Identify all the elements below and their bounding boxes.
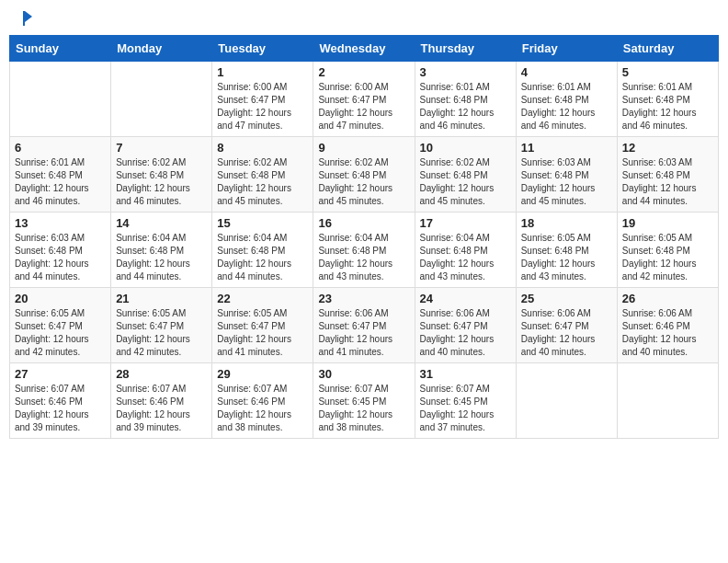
day-info: Sunrise: 6:02 AMSunset: 6:48 PMDaylight:…	[217, 156, 308, 208]
weekday-header-monday: Monday	[111, 36, 212, 62]
day-info: Sunrise: 6:04 AMSunset: 6:48 PMDaylight:…	[116, 232, 207, 283]
day-number: 3	[420, 65, 511, 79]
day-number: 10	[420, 141, 511, 155]
calendar-cell: 31Sunrise: 6:07 AMSunset: 6:45 PMDayligh…	[415, 363, 516, 439]
day-number: 16	[318, 216, 409, 230]
calendar-week-5: 27Sunrise: 6:07 AMSunset: 6:46 PMDayligh…	[10, 363, 719, 439]
calendar-cell: 23Sunrise: 6:06 AMSunset: 6:47 PMDayligh…	[313, 288, 415, 363]
day-number: 12	[622, 141, 713, 155]
calendar-cell: 22Sunrise: 6:05 AMSunset: 6:47 PMDayligh…	[212, 288, 313, 363]
day-number: 28	[116, 367, 207, 381]
day-info: Sunrise: 6:05 AMSunset: 6:47 PMDaylight:…	[15, 307, 106, 359]
day-number: 22	[217, 292, 308, 305]
calendar-cell: 19Sunrise: 6:05 AMSunset: 6:48 PMDayligh…	[617, 213, 718, 288]
calendar-header-row: SundayMondayTuesdayWednesdayThursdayFrid…	[10, 36, 719, 62]
day-info: Sunrise: 6:02 AMSunset: 6:48 PMDaylight:…	[420, 156, 511, 208]
day-number: 27	[15, 367, 106, 381]
calendar-cell: 1Sunrise: 6:00 AMSunset: 6:47 PMDaylight…	[212, 62, 313, 137]
day-info: Sunrise: 6:07 AMSunset: 6:45 PMDaylight:…	[420, 383, 511, 434]
weekday-header-tuesday: Tuesday	[212, 36, 313, 62]
day-info: Sunrise: 6:06 AMSunset: 6:47 PMDaylight:…	[420, 307, 511, 359]
logo	[13, 9, 34, 28]
calendar-cell: 13Sunrise: 6:03 AMSunset: 6:48 PMDayligh…	[10, 213, 111, 288]
calendar-cell	[617, 363, 718, 439]
calendar-week-3: 13Sunrise: 6:03 AMSunset: 6:48 PMDayligh…	[10, 213, 719, 288]
calendar-cell: 28Sunrise: 6:07 AMSunset: 6:46 PMDayligh…	[111, 363, 212, 439]
day-number: 31	[420, 367, 511, 381]
svg-marker-0	[25, 11, 32, 22]
day-number: 14	[116, 216, 207, 230]
day-number: 4	[521, 65, 612, 79]
calendar-week-4: 20Sunrise: 6:05 AMSunset: 6:47 PMDayligh…	[10, 288, 719, 363]
calendar-cell: 5Sunrise: 6:01 AMSunset: 6:48 PMDaylight…	[617, 62, 718, 137]
calendar-cell: 29Sunrise: 6:07 AMSunset: 6:46 PMDayligh…	[212, 363, 313, 439]
calendar-cell	[111, 62, 212, 137]
day-info: Sunrise: 6:00 AMSunset: 6:47 PMDaylight:…	[217, 81, 308, 132]
calendar-cell: 16Sunrise: 6:04 AMSunset: 6:48 PMDayligh…	[313, 213, 415, 288]
day-number: 24	[420, 292, 511, 305]
day-number: 13	[15, 216, 106, 230]
day-number: 29	[217, 367, 308, 381]
day-number: 11	[521, 141, 612, 155]
day-number: 17	[420, 216, 511, 230]
weekday-header-saturday: Saturday	[617, 36, 718, 62]
calendar-cell: 20Sunrise: 6:05 AMSunset: 6:47 PMDayligh…	[10, 288, 111, 363]
calendar-cell: 17Sunrise: 6:04 AMSunset: 6:48 PMDayligh…	[415, 213, 516, 288]
calendar-cell: 2Sunrise: 6:00 AMSunset: 6:47 PMDaylight…	[313, 62, 415, 137]
day-info: Sunrise: 6:03 AMSunset: 6:48 PMDaylight:…	[15, 232, 106, 283]
calendar-cell: 7Sunrise: 6:02 AMSunset: 6:48 PMDaylight…	[111, 137, 212, 213]
day-info: Sunrise: 6:03 AMSunset: 6:48 PMDaylight:…	[622, 156, 713, 208]
calendar-cell: 26Sunrise: 6:06 AMSunset: 6:46 PMDayligh…	[617, 288, 718, 363]
day-info: Sunrise: 6:01 AMSunset: 6:48 PMDaylight:…	[15, 156, 106, 208]
day-info: Sunrise: 6:00 AMSunset: 6:47 PMDaylight:…	[318, 81, 409, 132]
day-number: 21	[116, 292, 207, 305]
calendar-cell: 18Sunrise: 6:05 AMSunset: 6:48 PMDayligh…	[516, 213, 617, 288]
calendar-cell: 21Sunrise: 6:05 AMSunset: 6:47 PMDayligh…	[111, 288, 212, 363]
day-number: 2	[318, 65, 409, 79]
day-number: 25	[521, 292, 612, 305]
day-info: Sunrise: 6:01 AMSunset: 6:48 PMDaylight:…	[622, 81, 713, 132]
day-info: Sunrise: 6:07 AMSunset: 6:46 PMDaylight:…	[15, 383, 106, 434]
day-number: 9	[318, 141, 409, 155]
day-number: 8	[217, 141, 308, 155]
page-header	[9, 9, 719, 28]
day-number: 23	[318, 292, 409, 305]
calendar-table: SundayMondayTuesdayWednesdayThursdayFrid…	[9, 35, 719, 439]
day-info: Sunrise: 6:01 AMSunset: 6:48 PMDaylight:…	[521, 81, 612, 132]
day-info: Sunrise: 6:04 AMSunset: 6:48 PMDaylight:…	[217, 232, 308, 283]
day-number: 30	[318, 367, 409, 381]
day-number: 6	[15, 141, 106, 155]
logo-flag-icon	[16, 9, 34, 28]
day-info: Sunrise: 6:02 AMSunset: 6:48 PMDaylight:…	[116, 156, 207, 208]
calendar-cell: 24Sunrise: 6:06 AMSunset: 6:47 PMDayligh…	[415, 288, 516, 363]
calendar-cell: 14Sunrise: 6:04 AMSunset: 6:48 PMDayligh…	[111, 213, 212, 288]
day-info: Sunrise: 6:02 AMSunset: 6:48 PMDaylight:…	[318, 156, 409, 208]
day-number: 7	[116, 141, 207, 155]
day-number: 20	[15, 292, 106, 305]
day-number: 19	[622, 216, 713, 230]
calendar-week-2: 6Sunrise: 6:01 AMSunset: 6:48 PMDaylight…	[10, 137, 719, 213]
day-info: Sunrise: 6:06 AMSunset: 6:47 PMDaylight:…	[318, 307, 409, 359]
day-info: Sunrise: 6:06 AMSunset: 6:47 PMDaylight:…	[521, 307, 612, 359]
calendar-cell	[516, 363, 617, 439]
day-info: Sunrise: 6:01 AMSunset: 6:48 PMDaylight:…	[420, 81, 511, 132]
calendar-week-1: 1Sunrise: 6:00 AMSunset: 6:47 PMDaylight…	[10, 62, 719, 137]
calendar-cell: 4Sunrise: 6:01 AMSunset: 6:48 PMDaylight…	[516, 62, 617, 137]
day-number: 15	[217, 216, 308, 230]
calendar-cell: 25Sunrise: 6:06 AMSunset: 6:47 PMDayligh…	[516, 288, 617, 363]
day-info: Sunrise: 6:03 AMSunset: 6:48 PMDaylight:…	[521, 156, 612, 208]
calendar-cell: 9Sunrise: 6:02 AMSunset: 6:48 PMDaylight…	[313, 137, 415, 213]
day-number: 26	[622, 292, 713, 305]
weekday-header-wednesday: Wednesday	[313, 36, 415, 62]
calendar-cell: 30Sunrise: 6:07 AMSunset: 6:45 PMDayligh…	[313, 363, 415, 439]
weekday-header-thursday: Thursday	[415, 36, 516, 62]
calendar-cell: 10Sunrise: 6:02 AMSunset: 6:48 PMDayligh…	[415, 137, 516, 213]
day-info: Sunrise: 6:05 AMSunset: 6:48 PMDaylight:…	[521, 232, 612, 283]
day-number: 1	[217, 65, 308, 79]
day-info: Sunrise: 6:05 AMSunset: 6:47 PMDaylight:…	[217, 307, 308, 359]
weekday-header-friday: Friday	[516, 36, 617, 62]
day-number: 18	[521, 216, 612, 230]
day-info: Sunrise: 6:07 AMSunset: 6:46 PMDaylight:…	[116, 383, 207, 434]
calendar-cell: 11Sunrise: 6:03 AMSunset: 6:48 PMDayligh…	[516, 137, 617, 213]
day-number: 5	[622, 65, 713, 79]
